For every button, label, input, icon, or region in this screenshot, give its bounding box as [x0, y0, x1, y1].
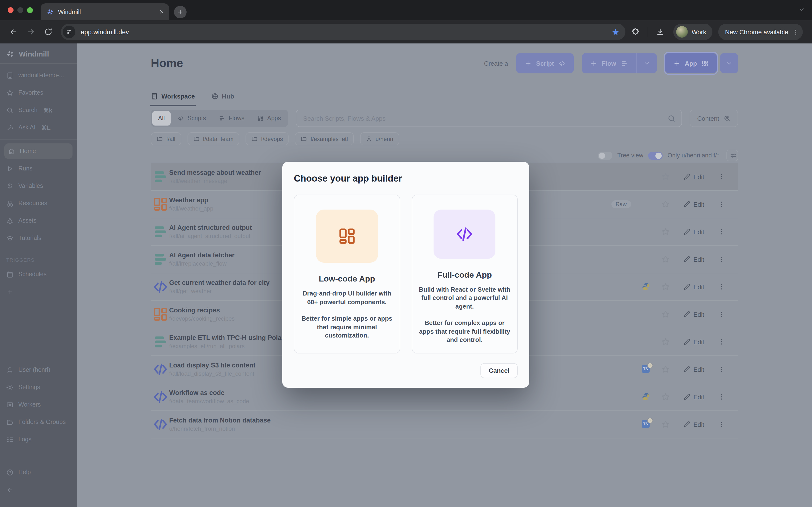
tree-view-toggle[interactable] — [598, 151, 613, 160]
forward-icon[interactable] — [27, 27, 35, 36]
close-window-button[interactable] — [8, 7, 13, 13]
item-title[interactable]: Cooking recipes — [169, 306, 235, 314]
sidebar-item-assets[interactable]: Assets — [0, 212, 77, 229]
sidebar-item-help[interactable]: Help — [0, 463, 77, 481]
kebab-menu-icon[interactable] — [718, 338, 725, 346]
sidebar-item-tutorials[interactable]: Tutorials — [0, 229, 77, 247]
filter-segment-all[interactable]: All — [152, 111, 170, 125]
kebab-menu-icon[interactable] — [718, 311, 725, 318]
item-title[interactable]: AI Agent data fetcher — [169, 251, 235, 259]
close-tab-icon[interactable] — [159, 9, 164, 14]
sidebar-item-resources[interactable]: Resources — [0, 194, 77, 212]
app-dropdown-button[interactable] — [720, 53, 738, 73]
item-title[interactable]: Send message about weather — [169, 169, 261, 176]
reload-icon[interactable] — [44, 27, 53, 36]
filter-chip-u-henri[interactable]: u/henri — [360, 132, 399, 145]
create-script-button[interactable]: Script — [516, 53, 574, 73]
sidebar-item-logs[interactable]: Logs — [0, 431, 77, 448]
cancel-button[interactable]: Cancel — [481, 363, 518, 378]
favorite-star-icon[interactable] — [661, 172, 670, 181]
browser-menu-icon[interactable] — [792, 28, 800, 36]
search-input[interactable] — [302, 114, 663, 122]
item-title[interactable]: Fetch data from Notion database — [169, 417, 271, 424]
edit-button[interactable]: Edit — [680, 283, 707, 291]
sidebar-item-ask-ai[interactable]: Ask AI⌘L — [0, 119, 77, 136]
create-flow-button[interactable]: Flow — [582, 53, 636, 73]
kebab-menu-icon[interactable] — [718, 256, 725, 263]
filter-segment-flows[interactable]: Flows — [213, 111, 250, 125]
favorite-star-icon[interactable] — [661, 227, 670, 236]
sidebar-item-arrow-left[interactable] — [0, 481, 77, 498]
list-settings-button[interactable] — [726, 150, 738, 161]
sidebar-item-settings[interactable]: Settings — [0, 379, 77, 396]
kebab-menu-icon[interactable] — [718, 283, 725, 291]
app-builder-card-low-code-app[interactable]: Low-code AppDrag-and-drop UI builder wit… — [294, 194, 400, 353]
sidebar-item-folders-groups[interactable]: Folders & Groups — [0, 413, 77, 431]
item-title[interactable]: Example ETL with TPC-H using Polars — [169, 334, 288, 341]
item-title[interactable]: Weather app — [169, 196, 213, 204]
item-title[interactable]: AI Agent structured output — [169, 224, 252, 231]
favorite-star-icon[interactable] — [661, 365, 670, 374]
edit-button[interactable]: Edit — [680, 310, 707, 319]
kebab-menu-icon[interactable] — [718, 201, 725, 208]
edit-button[interactable]: Edit — [680, 365, 707, 374]
favorite-star-icon[interactable] — [661, 310, 670, 319]
favorite-star-icon[interactable] — [661, 282, 670, 291]
sidebar-item-workers[interactable]: Workers — [0, 396, 77, 413]
favorite-star-icon[interactable] — [661, 200, 670, 209]
sidebar-item-runs[interactable]: Runs — [0, 160, 77, 177]
bookmark-star-icon[interactable] — [611, 28, 620, 36]
sidebar-item-plus[interactable] — [0, 283, 77, 300]
chrome-update-button[interactable]: New Chrome available — [718, 24, 803, 40]
minimize-window-button[interactable] — [17, 7, 23, 13]
sidebar-item-search[interactable]: Search⌘k — [0, 101, 77, 119]
list-item[interactable]: Fetch data from Notion databaseu/henri/f… — [151, 411, 738, 439]
favorite-star-icon[interactable] — [661, 420, 670, 429]
edit-button[interactable]: Edit — [680, 393, 707, 401]
filter-chip-f-data-team[interactable]: f/data_team — [187, 132, 239, 145]
app-builder-card-full-code-app[interactable]: Full-code AppBuild with React or Svelte … — [412, 194, 518, 353]
sidebar-item-variables[interactable]: Variables — [0, 177, 77, 194]
kebab-menu-icon[interactable] — [718, 173, 725, 181]
favorite-star-icon[interactable] — [661, 338, 670, 346]
browser-tab[interactable]: Windmill — [41, 3, 169, 20]
owner-filter-toggle[interactable] — [648, 151, 663, 160]
sidebar-item-user-henri[interactable]: User (henri) — [0, 361, 77, 379]
item-title[interactable]: Load display S3 file content — [169, 362, 255, 369]
item-title[interactable]: Get current weather data for city — [169, 279, 270, 286]
item-title[interactable]: Workflow as code — [169, 389, 249, 396]
create-app-button[interactable]: App — [665, 53, 717, 73]
kebab-menu-icon[interactable] — [718, 228, 725, 236]
tab-hub[interactable]: Hub — [211, 92, 234, 101]
filter-segment-apps[interactable]: Apps — [251, 111, 287, 125]
kebab-menu-icon[interactable] — [718, 420, 725, 428]
filter-chip-f-all[interactable]: f/all — [151, 132, 181, 145]
flow-dropdown-button[interactable] — [636, 53, 657, 73]
favorite-star-icon[interactable] — [661, 393, 670, 401]
favorite-star-icon[interactable] — [661, 255, 670, 264]
back-icon[interactable] — [9, 27, 18, 36]
windmill-logo[interactable]: Windmill — [0, 48, 77, 63]
edit-button[interactable]: Edit — [680, 338, 707, 346]
maximize-window-button[interactable] — [27, 7, 33, 13]
address-bar[interactable]: app.windmill.dev — [61, 24, 625, 40]
site-info-button[interactable] — [63, 25, 75, 38]
search-box[interactable] — [296, 110, 682, 127]
tab-workspace[interactable]: Workspace — [151, 92, 195, 101]
edit-button[interactable]: Edit — [680, 228, 707, 236]
kebab-menu-icon[interactable] — [718, 393, 725, 401]
url-text[interactable]: app.windmill.dev — [81, 28, 606, 36]
edit-button[interactable]: Edit — [680, 255, 707, 264]
edit-button[interactable]: Edit — [680, 200, 707, 208]
edit-button[interactable]: Edit — [680, 173, 707, 181]
kebab-menu-icon[interactable] — [718, 365, 725, 373]
downloads-icon[interactable] — [656, 27, 665, 36]
sidebar-item-favorites[interactable]: Favorites — [0, 84, 77, 101]
tab-search-icon[interactable] — [799, 6, 805, 13]
profile-chip[interactable]: Work — [673, 24, 712, 40]
edit-button[interactable]: Edit — [680, 420, 707, 429]
filter-chip-f-devops[interactable]: f/devops — [246, 132, 289, 145]
new-tab-button[interactable] — [174, 6, 187, 18]
sidebar-item-home[interactable]: Home — [4, 144, 72, 159]
extensions-icon[interactable] — [631, 27, 640, 36]
